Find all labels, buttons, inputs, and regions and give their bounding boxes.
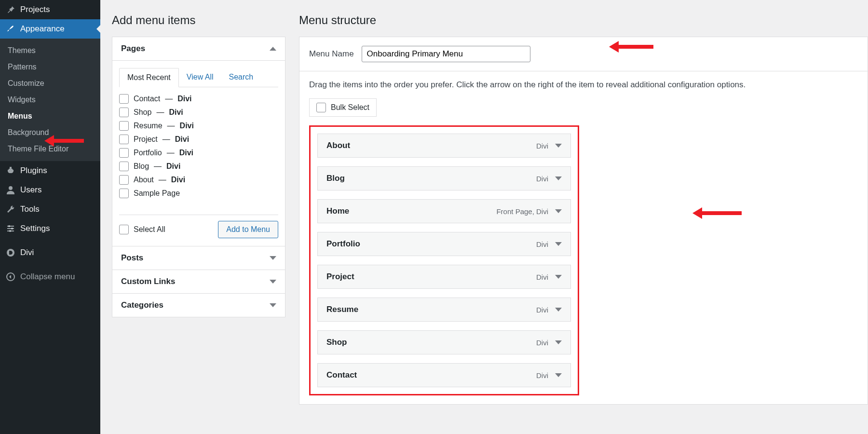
- sidebar-item-projects[interactable]: Projects: [0, 0, 100, 19]
- menu-structure-heading: Menu structure: [299, 14, 868, 27]
- metabox-posts-toggle[interactable]: Posts: [112, 246, 285, 270]
- menu-item-type: Front Page, Divi: [496, 207, 548, 216]
- page-checkbox[interactable]: [119, 135, 129, 144]
- pin-icon: [6, 5, 15, 14]
- menu-item-type: Divi: [536, 339, 548, 347]
- page-item-suffix: Divi: [175, 135, 189, 144]
- menu-item-title: Home: [326, 206, 349, 216]
- expand-menu-item-icon[interactable]: [555, 373, 562, 377]
- expand-menu-item-icon[interactable]: [555, 275, 562, 279]
- tab-most-recent[interactable]: Most Recent: [119, 68, 179, 87]
- menu-item-type: Divi: [536, 273, 548, 281]
- page-checkbox[interactable]: [119, 148, 129, 158]
- tab-view-all[interactable]: View All: [179, 68, 221, 87]
- tab-search[interactable]: Search: [221, 68, 261, 87]
- add-menu-items-heading: Add menu items: [112, 14, 285, 27]
- menu-item-title: Portfolio: [326, 239, 360, 249]
- sidebar-item-widgets[interactable]: Widgets: [0, 92, 100, 108]
- bulk-select-button[interactable]: Bulk Select: [309, 98, 377, 117]
- sidebar-item-background[interactable]: Background: [0, 124, 100, 141]
- page-checklist-item[interactable]: Portfolio — Divi: [119, 146, 275, 160]
- wrench-icon: [6, 204, 15, 214]
- admin-sidebar: Projects Appearance Themes Patterns Cust…: [0, 0, 100, 434]
- sidebar-item-plugins[interactable]: Plugins: [0, 161, 100, 180]
- menu-item-row[interactable]: BlogDivi: [317, 166, 571, 190]
- menu-structure-column: Menu structure Menu Name Drag the items …: [299, 9, 868, 434]
- sidebar-item-users[interactable]: Users: [0, 180, 100, 200]
- add-to-menu-button[interactable]: Add to Menu: [218, 221, 278, 238]
- page-item-suffix: Divi: [169, 108, 183, 117]
- menu-item-title: Blog: [326, 174, 345, 183]
- page-checkbox[interactable]: [119, 189, 129, 198]
- menu-item-row[interactable]: ProjectDivi: [317, 265, 571, 289]
- menu-item-row[interactable]: ResumeDivi: [317, 298, 571, 322]
- plug-icon: [6, 166, 15, 176]
- menu-item-title: About: [326, 141, 350, 150]
- svg-point-5: [11, 228, 13, 230]
- page-checklist-item[interactable]: Shop — Divi: [119, 106, 275, 119]
- expand-menu-item-icon[interactable]: [555, 144, 562, 148]
- main-content: Add menu items Pages Most Recent View Al…: [100, 0, 868, 434]
- metabox-categories-toggle[interactable]: Categories: [112, 294, 285, 317]
- page-checklist-item[interactable]: Project — Divi: [119, 133, 275, 146]
- menu-item-title: Contact: [326, 370, 357, 380]
- sidebar-item-label: Appearance: [20, 24, 65, 34]
- metabox-custom-links: Custom Links: [112, 270, 285, 294]
- sidebar-item-menus[interactable]: Menus: [0, 108, 100, 124]
- menu-item-type: Divi: [536, 306, 548, 314]
- select-all-checkbox[interactable]: [119, 225, 129, 234]
- sidebar-item-patterns[interactable]: Patterns: [0, 59, 100, 75]
- menu-name-input[interactable]: [362, 46, 530, 62]
- page-item-suffix: Divi: [171, 176, 185, 184]
- page-checklist-item[interactable]: Contact — Divi: [119, 92, 275, 106]
- menu-item-row[interactable]: ContactDivi: [317, 363, 571, 387]
- svg-point-6: [9, 230, 11, 232]
- sidebar-item-tools[interactable]: Tools: [0, 200, 100, 219]
- page-checklist-item[interactable]: About — Divi: [119, 173, 275, 187]
- select-all-pages[interactable]: Select All: [119, 225, 165, 234]
- menu-item-row[interactable]: PortfolioDivi: [317, 232, 571, 256]
- menu-item-row[interactable]: HomeFront Page, Divi: [317, 199, 571, 223]
- pages-checklist[interactable]: Contact — DiviShop — DiviResume — DiviPr…: [119, 92, 278, 208]
- menu-item-row[interactable]: AboutDivi: [317, 134, 571, 158]
- menu-item-row[interactable]: ShopDivi: [317, 330, 571, 354]
- metabox-title: Categories: [121, 300, 163, 310]
- expand-menu-item-icon[interactable]: [555, 308, 562, 312]
- page-checklist-item[interactable]: Blog — Divi: [119, 160, 275, 173]
- expand-menu-item-icon[interactable]: [555, 209, 562, 213]
- divi-icon: [6, 248, 15, 258]
- page-item-name: Project: [134, 135, 158, 144]
- metabox-posts: Posts: [112, 246, 285, 270]
- bulk-select-checkbox[interactable]: [316, 103, 326, 112]
- sidebar-item-divi[interactable]: Divi: [0, 243, 100, 262]
- pages-tabs: Most Recent View All Search: [119, 68, 278, 87]
- metabox-pages-toggle[interactable]: Pages: [112, 37, 285, 61]
- page-checkbox[interactable]: [119, 175, 129, 185]
- page-checkbox[interactable]: [119, 121, 129, 131]
- svg-point-4: [8, 225, 10, 227]
- sidebar-item-themes[interactable]: Themes: [0, 42, 100, 59]
- page-item-suffix: Divi: [177, 95, 191, 103]
- menu-item-title: Resume: [326, 305, 358, 314]
- sidebar-item-label: Users: [20, 185, 41, 195]
- sidebar-item-customize[interactable]: Customize: [0, 75, 100, 92]
- sidebar-item-theme-file-editor[interactable]: Theme File Editor: [0, 141, 100, 157]
- expand-menu-item-icon[interactable]: [555, 340, 562, 344]
- sidebar-item-settings[interactable]: Settings: [0, 219, 100, 238]
- page-item-name: Shop: [134, 108, 151, 117]
- page-checkbox[interactable]: [119, 162, 129, 171]
- metabox-custom-links-toggle[interactable]: Custom Links: [112, 270, 285, 293]
- page-checklist-item[interactable]: Sample Page: [119, 187, 275, 200]
- bulk-select-label: Bulk Select: [331, 103, 369, 112]
- expand-menu-item-icon[interactable]: [555, 242, 562, 246]
- sidebar-item-appearance[interactable]: Appearance: [0, 19, 100, 39]
- collapse-menu-button[interactable]: Collapse menu: [0, 267, 100, 286]
- expand-menu-item-icon[interactable]: [555, 176, 562, 180]
- page-checklist-item[interactable]: Resume — Divi: [119, 119, 275, 133]
- page-checkbox[interactable]: [119, 94, 129, 104]
- menu-item-title: Project: [326, 272, 354, 282]
- page-checkbox[interactable]: [119, 108, 129, 117]
- menu-structure-hint: Drag the items into the order you prefer…: [309, 80, 858, 90]
- user-icon: [6, 185, 15, 195]
- menu-item-title: Shop: [326, 338, 347, 347]
